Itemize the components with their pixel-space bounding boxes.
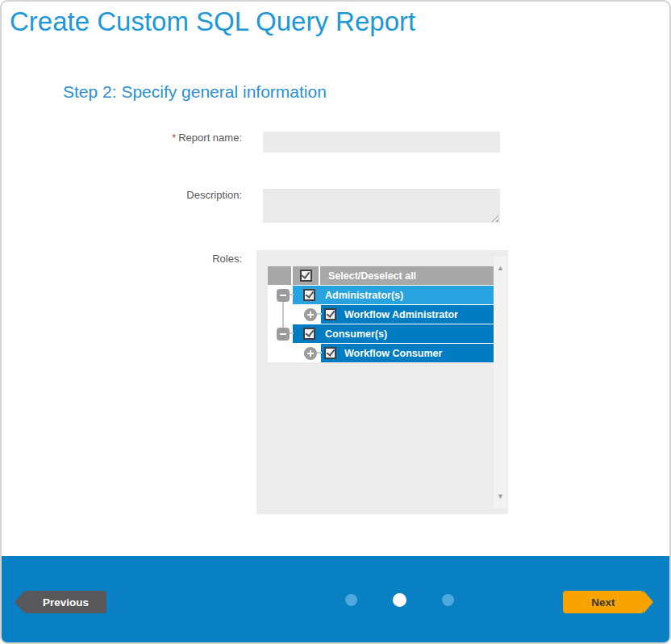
- administrators-checkbox[interactable]: [303, 289, 315, 301]
- roles-label-text: Roles:: [212, 253, 242, 265]
- report-name-label: *Report name:: [2, 132, 242, 144]
- wizard-window: Create Custom SQL Query Report Step 2: S…: [0, 0, 671, 644]
- expand-icon[interactable]: [304, 308, 317, 321]
- workflow-consumer-checkbox[interactable]: [324, 347, 336, 359]
- step-dot-2-active[interactable]: [393, 593, 406, 607]
- tree-row-administrators[interactable]: Administrator(s): [268, 286, 494, 304]
- left-arrow-icon: [15, 591, 25, 613]
- check-icon: [326, 347, 335, 357]
- row-bar[interactable]: Workflow Administrator: [321, 305, 494, 324]
- check-icon: [326, 308, 335, 318]
- next-button-label: Next: [591, 596, 615, 608]
- step-dot-1[interactable]: [345, 594, 357, 606]
- row-indent: [268, 344, 321, 362]
- tree-row-workflow-consumer[interactable]: Workflow Consumer: [268, 344, 494, 362]
- previous-button-label: Previous: [43, 596, 89, 608]
- step-dot-3[interactable]: [442, 594, 454, 606]
- roles-tree: Select/Deselect all Administrator(s): [268, 266, 494, 362]
- tree-row-workflow-administrator[interactable]: Workflow Administrator: [268, 305, 494, 324]
- check-icon: [305, 328, 314, 337]
- workflow-administrator-checkbox[interactable]: [324, 308, 336, 320]
- roles-scrollbar[interactable]: ▲ ▼: [494, 257, 507, 508]
- workflow-consumer-label: Workflow Consumer: [344, 348, 442, 359]
- tree-row-consumers[interactable]: Consumer(s): [268, 324, 494, 343]
- header-label-cell: Select/Deselect all: [320, 266, 494, 285]
- select-all-checkbox[interactable]: [300, 270, 312, 282]
- expand-icon[interactable]: [304, 347, 317, 360]
- collapse-icon[interactable]: [277, 328, 290, 341]
- tree-header-row: Select/Deselect all: [268, 266, 494, 285]
- required-asterisk: *: [172, 132, 176, 144]
- roles-panel: Select/Deselect all Administrator(s): [256, 250, 508, 514]
- row-indent: [268, 324, 293, 343]
- report-name-input[interactable]: [263, 132, 500, 153]
- report-name-label-text: Report name:: [178, 132, 242, 144]
- select-all-label: Select/Deselect all: [328, 270, 416, 282]
- next-button[interactable]: Next: [563, 591, 644, 613]
- consumers-checkbox[interactable]: [303, 328, 315, 340]
- row-indent: [268, 305, 321, 324]
- wizard-step-dots: [345, 593, 454, 607]
- footer-bar: Previous Next: [2, 556, 669, 642]
- page-title: Create Custom SQL Query Report: [10, 6, 415, 37]
- header-indent-cell: [268, 266, 291, 285]
- consumers-label: Consumer(s): [325, 328, 387, 340]
- collapse-icon[interactable]: [277, 289, 290, 302]
- description-label-text: Description:: [186, 189, 242, 201]
- row-bar[interactable]: Consumer(s): [293, 324, 494, 343]
- row-indent: [268, 286, 293, 304]
- row-bar[interactable]: Workflow Consumer: [321, 344, 494, 362]
- description-input[interactable]: [263, 189, 500, 223]
- scroll-up-icon[interactable]: ▲: [494, 265, 507, 272]
- row-bar[interactable]: Administrator(s): [293, 286, 494, 304]
- check-icon: [302, 270, 310, 279]
- roles-label: Roles:: [2, 253, 242, 265]
- workflow-administrator-label: Workflow Administrator: [344, 309, 458, 320]
- step-heading: Step 2: Specify general information: [63, 82, 327, 102]
- header-checkbox-cell: [293, 266, 319, 285]
- description-label: Description:: [2, 189, 242, 201]
- previous-button[interactable]: Previous: [25, 591, 106, 613]
- check-icon: [305, 289, 314, 299]
- scroll-down-icon[interactable]: ▼: [494, 493, 507, 500]
- right-arrow-icon: [644, 591, 653, 613]
- administrators-label: Administrator(s): [325, 290, 403, 301]
